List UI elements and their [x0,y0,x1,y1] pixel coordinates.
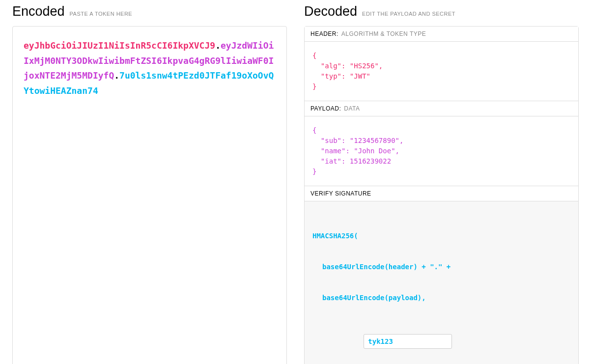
signature-body: HMACSHA256( base64UrlEncode(header) + ".… [305,201,578,364]
decoded-header: Decoded EDIT THE PAYLOAD AND SECRET [304,0,579,26]
payload-label: PAYLOAD: [310,105,341,112]
decoded-subtitle: EDIT THE PAYLOAD AND SECRET [362,11,455,17]
decoded-box: HEADER: ALGORITHM & TOKEN TYPE { "alg": … [304,26,579,364]
token-dot: . [215,40,221,51]
sig-secret-row [312,324,570,359]
payload-body[interactable]: { "sub": "1234567890", "name": "John Doe… [305,116,578,186]
signature-label: VERIFY SIGNATURE [310,190,371,197]
token-header-part: eyJhbGciOiJIUzI1NiIsInR5cCI6IkpXVCJ9 [24,40,215,51]
secret-input[interactable] [364,334,452,349]
header-label: HEADER: [310,30,338,37]
encoded-subtitle: PASTE A TOKEN HERE [70,11,133,17]
signature-section-label: VERIFY SIGNATURE [305,186,578,201]
encoded-column: Encoded PASTE A TOKEN HERE eyJhbGciOiJIU… [12,0,287,364]
payload-section-label: PAYLOAD: DATA [305,101,578,116]
main-container: Encoded PASTE A TOKEN HERE eyJhbGciOiJIU… [12,0,579,364]
payload-sublabel: DATA [344,105,360,112]
header-body[interactable]: { "alg": "HS256", "typ": "JWT" } [305,42,578,101]
encoded-token-box[interactable]: eyJhbGciOiJIUzI1NiIsInR5cCI6IkpXVCJ9.eyJ… [12,26,287,364]
sig-line1: HMACSHA256( [312,231,570,241]
sig-line3: base64UrlEncode(payload), [312,293,570,303]
encoded-header: Encoded PASTE A TOKEN HERE [12,0,287,26]
decoded-column: Decoded EDIT THE PAYLOAD AND SECRET HEAD… [304,0,579,364]
header-section-label: HEADER: ALGORITHM & TOKEN TYPE [305,27,578,42]
token-dot: . [114,70,119,81]
decoded-title: Decoded [304,4,357,19]
encoded-title: Encoded [12,4,65,19]
sig-line2: base64UrlEncode(header) + "." + [312,262,570,272]
header-sublabel: ALGORITHM & TOKEN TYPE [341,30,426,37]
